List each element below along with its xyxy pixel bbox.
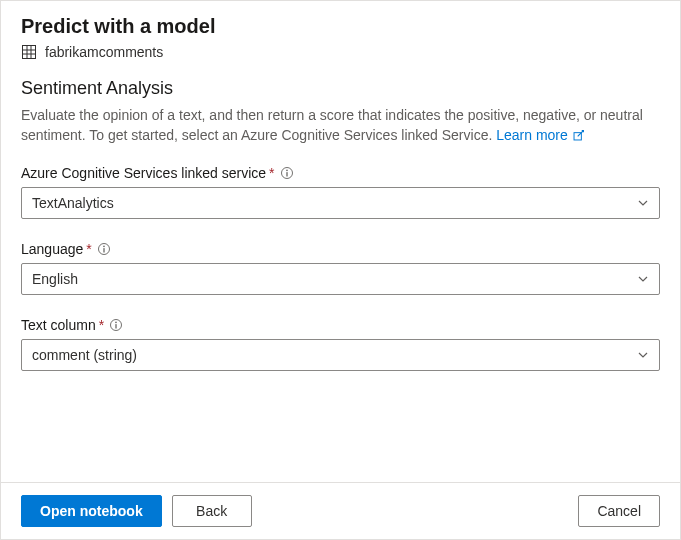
svg-point-11	[103, 246, 105, 248]
linked-service-value: TextAnalytics	[32, 195, 114, 211]
field-linked-service: Azure Cognitive Services linked service …	[21, 165, 660, 219]
section-description: Evaluate the opinion of a text, and then…	[21, 105, 660, 145]
language-dropdown[interactable]: English	[21, 263, 660, 295]
cancel-button[interactable]: Cancel	[578, 495, 660, 527]
linked-service-dropdown[interactable]: TextAnalytics	[21, 187, 660, 219]
info-icon[interactable]	[280, 166, 294, 180]
svg-rect-15	[116, 324, 117, 328]
learn-more-link[interactable]: Learn more	[496, 127, 584, 143]
learn-more-label: Learn more	[496, 127, 568, 143]
field-text-column: Text column * comment (string)	[21, 317, 660, 371]
info-icon[interactable]	[97, 242, 111, 256]
svg-rect-0	[23, 46, 36, 59]
dataset-row: fabrikamcomments	[21, 44, 660, 60]
footer-left: Open notebook Back	[21, 495, 252, 527]
panel-footer: Open notebook Back Cancel	[1, 482, 680, 539]
text-column-value: comment (string)	[32, 347, 137, 363]
language-value: English	[32, 271, 78, 287]
label-text-column-text: Text column	[21, 317, 96, 333]
external-link-icon	[572, 129, 585, 142]
svg-rect-9	[286, 172, 287, 176]
svg-point-14	[115, 322, 117, 324]
dataset-name: fabrikamcomments	[45, 44, 163, 60]
open-notebook-button[interactable]: Open notebook	[21, 495, 162, 527]
svg-line-6	[577, 131, 583, 137]
back-button[interactable]: Back	[172, 495, 252, 527]
panel-content: Predict with a model fabrikamcomments Se…	[1, 1, 680, 482]
required-asterisk: *	[269, 165, 274, 181]
chevron-down-icon	[637, 197, 649, 209]
page-title: Predict with a model	[21, 15, 660, 38]
required-asterisk: *	[86, 241, 91, 257]
field-language: Language * English	[21, 241, 660, 295]
label-linked-service: Azure Cognitive Services linked service …	[21, 165, 660, 181]
label-language-text: Language	[21, 241, 83, 257]
table-icon	[21, 44, 37, 60]
svg-point-8	[286, 170, 288, 172]
chevron-down-icon	[637, 349, 649, 361]
section-title: Sentiment Analysis	[21, 78, 660, 99]
predict-model-panel: Predict with a model fabrikamcomments Se…	[0, 0, 681, 540]
svg-rect-12	[103, 248, 104, 252]
label-linked-service-text: Azure Cognitive Services linked service	[21, 165, 266, 181]
label-language: Language *	[21, 241, 660, 257]
required-asterisk: *	[99, 317, 104, 333]
label-text-column: Text column *	[21, 317, 660, 333]
info-icon[interactable]	[109, 318, 123, 332]
text-column-dropdown[interactable]: comment (string)	[21, 339, 660, 371]
chevron-down-icon	[637, 273, 649, 285]
